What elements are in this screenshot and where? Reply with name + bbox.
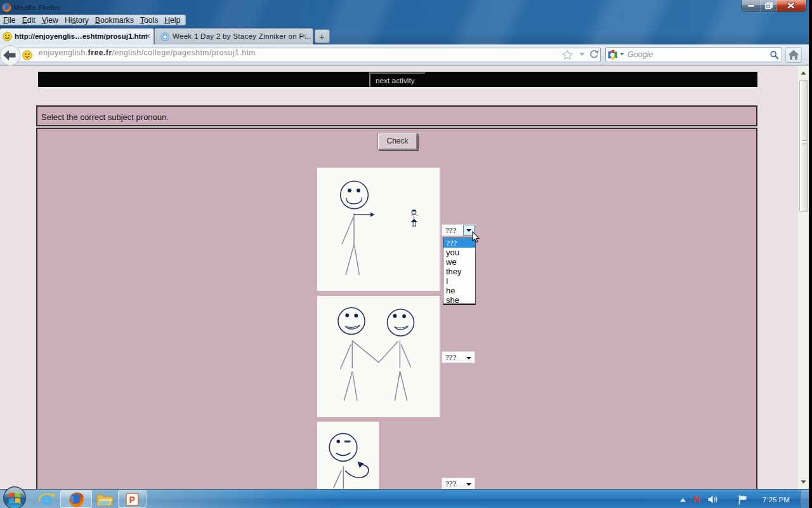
svg-text:P: P [129, 495, 135, 505]
